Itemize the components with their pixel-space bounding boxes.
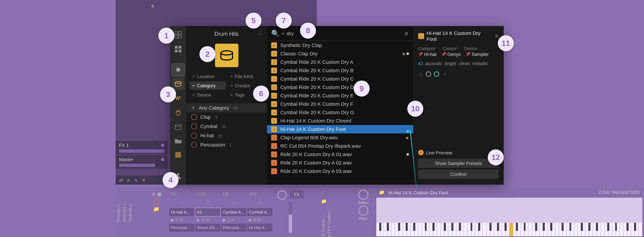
moon-icon[interactable]: ☾ [320, 190, 350, 197]
folder-icon[interactable]: 📁 [379, 190, 385, 195]
piano-key[interactable] [574, 223, 578, 236]
pad-group[interactable]: Hi-Hat A... [247, 224, 272, 232]
filter-device[interactable]: ✳Device [190, 91, 226, 99]
crown-icon[interactable]: ♔ [151, 191, 156, 197]
result-item[interactable]: ♪RC Cut 054 Pnotap Dry Illspark.wav [267, 142, 413, 150]
result-item[interactable]: ♪Cymbal Ride 20 K Custom Dry F [267, 100, 413, 108]
piano-key[interactable] [570, 223, 574, 236]
confirm-button[interactable]: Confirm [418, 169, 499, 179]
mute-button[interactable]: M [206, 218, 209, 222]
mute-button[interactable]: M [258, 218, 261, 222]
result-item[interactable]: ♪Ride 20 K Custom Dry A 01.wav [267, 150, 413, 159]
piano-key[interactable] [388, 223, 392, 236]
tag[interactable]: acoustic [426, 61, 442, 66]
plug-icon[interactable] [172, 106, 184, 119]
result-item[interactable]: ♪Ride 20 K Custom Dry A 03.wav [267, 167, 413, 175]
piano-key[interactable] [528, 223, 532, 236]
piano-icon[interactable]: ▦ [157, 191, 162, 197]
solo-button[interactable]: S [254, 218, 256, 222]
filter-category[interactable]: ✳Category [190, 81, 226, 90]
select-knob[interactable] [358, 190, 368, 200]
pitch-knob[interactable] [358, 206, 368, 216]
package-icon[interactable] [172, 120, 184, 133]
piano-roll[interactable] [376, 198, 642, 236]
controls-icon[interactable]: ⇄ [119, 177, 123, 183]
power-button[interactable] [153, 198, 159, 204]
add-color-icon[interactable]: + [443, 71, 446, 77]
piano-key[interactable] [506, 223, 510, 236]
category-cymbal[interactable]: Cymbal35 [186, 122, 267, 131]
pad-group[interactable]: Percussi... [169, 224, 194, 232]
filter-filekind[interactable]: ✳File Kind [227, 72, 264, 81]
result-item[interactable]: ♪Classic Clap Dry★ [267, 50, 413, 58]
tag[interactable]: bright [445, 61, 456, 66]
piano-key[interactable] [437, 223, 441, 236]
result-item[interactable]: ♪Hi-Hat 14 K Custom Dry Foot [267, 125, 413, 133]
piano-key[interactable] [460, 223, 464, 236]
collection-icon[interactable] [172, 149, 184, 161]
piano-key[interactable] [433, 223, 437, 236]
result-item[interactable]: ♪Cymbal Ride 20 K Custom Dry D [267, 83, 413, 92]
vlabel-kit[interactable]: ASM KIT 1 [122, 188, 128, 237]
solo-button[interactable]: S [202, 218, 204, 222]
pad-name[interactable]: Cymbal A... [247, 208, 272, 216]
result-item[interactable]: ♪Synthetic Dry Clap [267, 41, 413, 50]
clear-search-icon[interactable]: ✕ [404, 30, 409, 37]
play-icon[interactable]: ▶ [223, 218, 226, 222]
track-volume[interactable] [119, 149, 164, 153]
color-swatch[interactable] [426, 71, 431, 77]
drum-icon[interactable] [172, 78, 184, 90]
piano-key[interactable] [414, 223, 418, 236]
piano-key[interactable] [525, 223, 528, 236]
filter-location[interactable]: ✳Location [190, 72, 226, 81]
piano-key[interactable] [635, 223, 639, 236]
meta-category[interactable]: 📌Hi-hat [418, 52, 436, 57]
pad-add-button[interactable]: + [221, 198, 246, 207]
pad-name[interactable]: A1 [195, 208, 220, 216]
track-fx1[interactable]: FX 1 [116, 141, 168, 154]
result-item[interactable]: ♪Cymbal Ride 20 K Custom Dry A [267, 58, 413, 66]
piano-key[interactable] [399, 223, 403, 236]
vlabel-project[interactable]: PROJECT [116, 188, 122, 237]
vlabel-kit2[interactable]: ASM Kit 1 [128, 188, 133, 237]
piano-key[interactable] [418, 223, 422, 236]
result-item[interactable]: ♪Cymbal Ride 20 K Custom Dry C [267, 75, 413, 83]
chevron-down-icon[interactable]: ▾ [282, 31, 284, 36]
piano-key[interactable] [510, 223, 513, 236]
result-item[interactable]: ♪Clap Legend 808 Dry.wav★ [267, 133, 413, 142]
live-preview-toggle[interactable]: ✓ Live Preview [418, 150, 499, 155]
color-swatch[interactable] [434, 71, 439, 77]
favorite-icon[interactable]: ☆ [258, 30, 263, 37]
folder-icon[interactable]: 📁 [320, 198, 350, 205]
pad-group[interactable]: Snare AS... [195, 224, 220, 232]
piano-key[interactable] [639, 223, 643, 236]
solo-button[interactable]: S [176, 218, 178, 222]
pad-name[interactable]: Hi-Hat A... [169, 208, 194, 216]
pad-name[interactable]: Cymbal A... [221, 208, 246, 216]
result-item[interactable]: ♪Cymbal Ride 20 K Custom Dry E [267, 92, 413, 100]
meta-device[interactable]: 📌Sampler [466, 52, 488, 57]
close-detail-icon[interactable]: ✕ [494, 33, 499, 39]
folder-icon[interactable] [172, 135, 184, 147]
play-icon[interactable]: ▶ [249, 218, 252, 222]
show-presets-button[interactable]: Show Sampler Presets [418, 159, 499, 168]
folder-icon[interactable]: 📁 [153, 206, 160, 212]
result-item[interactable]: ♪Cymbal Ride 20 K Custom Dry B [267, 66, 413, 75]
mute-button[interactable]: M [232, 218, 235, 222]
track-volume[interactable] [119, 164, 155, 167]
knob[interactable] [277, 190, 286, 200]
piano-key[interactable] [471, 223, 475, 236]
piano-key[interactable] [517, 223, 521, 236]
piano-key[interactable] [479, 223, 483, 236]
piano-key[interactable] [464, 223, 468, 236]
piano-key[interactable] [582, 223, 586, 236]
meta-creator[interactable]: 📌Genys [441, 52, 460, 57]
result-item[interactable]: ♪Cymbal Ride 20 K Custom Dry G [267, 108, 413, 117]
piano-key[interactable] [597, 223, 601, 236]
piano-key[interactable] [620, 223, 624, 236]
piano-key[interactable] [628, 223, 631, 236]
piano-key[interactable] [563, 223, 566, 236]
piano-key[interactable] [601, 223, 604, 236]
pad-group[interactable]: Percussi... [221, 224, 246, 232]
pad-add-button[interactable]: + [247, 198, 272, 207]
